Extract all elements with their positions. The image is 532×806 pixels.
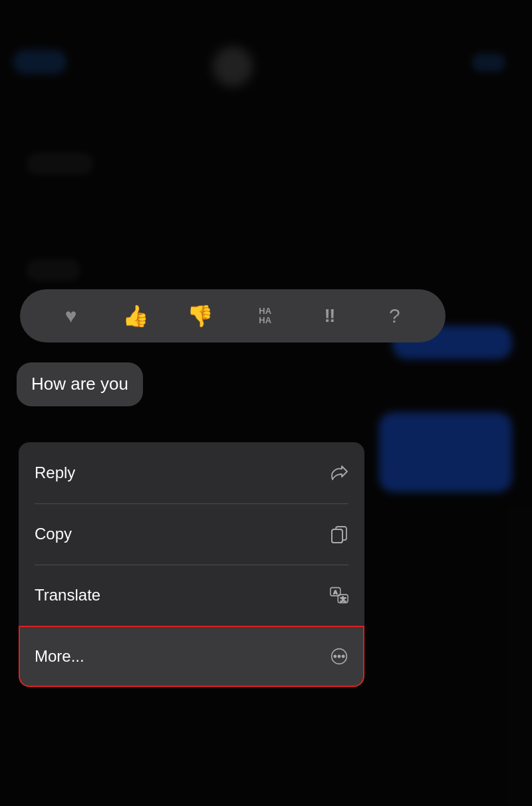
context-menu-copy[interactable]: Copy bbox=[19, 503, 364, 565]
reaction-haha[interactable]: HAHA bbox=[249, 299, 282, 333]
context-menu: Reply Copy Translate A 文 bbox=[19, 442, 364, 687]
reaction-thumbs-up[interactable]: 👍 bbox=[119, 299, 152, 333]
more-label: More... bbox=[35, 647, 84, 666]
reply-icon bbox=[330, 464, 348, 482]
translate-label: Translate bbox=[35, 586, 100, 604]
reaction-exclamation[interactable]: ‼ bbox=[313, 299, 346, 333]
copy-label: Copy bbox=[35, 525, 72, 543]
svg-text:A: A bbox=[333, 589, 337, 595]
translate-icon: A 文 bbox=[330, 586, 348, 604]
context-menu-more[interactable]: More... bbox=[19, 626, 364, 687]
copy-icon bbox=[330, 525, 348, 543]
context-menu-translate[interactable]: Translate A 文 bbox=[19, 565, 364, 626]
svg-point-8 bbox=[334, 655, 336, 657]
reaction-thumbs-down[interactable]: 👎 bbox=[184, 299, 217, 333]
reaction-question[interactable]: ? bbox=[378, 299, 411, 333]
more-icon bbox=[330, 647, 348, 666]
reaction-bar: ♥ 👍 👎 HAHA ‼ ? bbox=[20, 289, 446, 342]
reply-label: Reply bbox=[35, 464, 75, 482]
message-text: How are you bbox=[31, 374, 128, 394]
svg-point-10 bbox=[342, 655, 344, 657]
context-menu-reply[interactable]: Reply bbox=[19, 442, 364, 503]
reaction-heart[interactable]: ♥ bbox=[55, 299, 88, 333]
svg-rect-1 bbox=[332, 529, 342, 543]
svg-text:文: 文 bbox=[340, 596, 346, 603]
svg-point-9 bbox=[338, 655, 340, 657]
message-bubble: How are you bbox=[17, 362, 143, 406]
